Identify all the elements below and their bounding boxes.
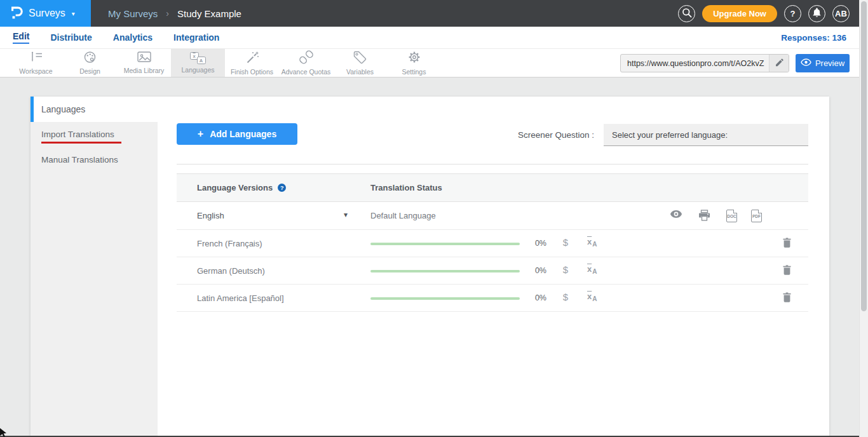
toolbar-item-label: Design: [79, 67, 100, 75]
search-button[interactable]: [678, 5, 695, 22]
survey-nav: Edit Distribute Analytics Integration Re…: [0, 27, 859, 49]
language-dropdown-caret-icon[interactable]: ▾: [344, 210, 348, 219]
file-fold: [758, 210, 762, 213]
section-divider: [177, 164, 808, 165]
auto-translate-icon[interactable]: x A: [587, 292, 602, 302]
toolbar-item-variables[interactable]: Variables: [333, 49, 387, 77]
chevron-down-icon: ▾: [72, 10, 75, 17]
preview-button[interactable]: Preview: [796, 54, 850, 72]
edit-url-button[interactable]: [769, 55, 789, 72]
delete-language-button[interactable]: [783, 238, 791, 250]
toolbar-item-label: Workspace: [19, 67, 52, 75]
sidebar-item-import-translations[interactable]: Import Translations: [31, 122, 158, 147]
tag-icon: [353, 51, 367, 67]
table-header: Language Versions ? Translation Status: [177, 173, 808, 202]
search-icon: [682, 8, 692, 20]
tab-edit[interactable]: Edit: [13, 31, 29, 44]
pencil-icon: [775, 58, 783, 69]
breadcrumb-separator: ›: [166, 8, 169, 18]
trash-icon: [783, 265, 791, 275]
trash-icon: [783, 238, 791, 248]
toolbar-item-workspace[interactable]: Workspace: [9, 49, 63, 77]
export-doc-button[interactable]: DOC: [726, 210, 737, 222]
default-language-status: Default Language: [370, 211, 436, 220]
translation-progress-bar: [370, 270, 520, 272]
language-name: German (Deutsch): [197, 266, 265, 276]
delete-language-button[interactable]: [783, 292, 791, 305]
sidebar-title-languages[interactable]: Languages: [31, 97, 158, 122]
sidebar-item-manual-translations[interactable]: Manual Translations: [31, 147, 158, 168]
image-icon: [137, 51, 151, 65]
toolbar-item-advance-quotas[interactable]: Advance Quotas: [279, 49, 333, 77]
paid-translation-icon[interactable]: $: [559, 264, 573, 275]
toolbar-item-design[interactable]: Design: [63, 49, 117, 77]
gear-icon: [407, 50, 421, 67]
responses-count[interactable]: Responses: 136: [781, 33, 846, 43]
toolbar-item-label: Variables: [346, 68, 374, 76]
pdf-file-icon: PDF: [751, 210, 762, 222]
paid-translation-icon[interactable]: $: [559, 237, 573, 248]
toolbar-item-settings[interactable]: Settings: [387, 49, 441, 77]
product-name: Surveys: [29, 8, 65, 19]
sidebar-item-label: Import Translations: [41, 130, 114, 139]
auto-translate-icon[interactable]: x A: [587, 265, 602, 275]
import-translations-annotation-underline: [41, 142, 121, 144]
export-pdf-button[interactable]: PDF: [751, 210, 762, 222]
delete-language-button[interactable]: [783, 265, 791, 278]
survey-url-box: [620, 54, 789, 72]
print-button[interactable]: [698, 210, 710, 224]
notifications-button[interactable]: [808, 5, 825, 22]
topbar-actions: Upgrade Now ? AB: [678, 0, 850, 27]
translate-icon: x A: [190, 52, 207, 65]
add-languages-label: Add Languages: [210, 129, 276, 139]
doc-label: DOC: [727, 214, 736, 218]
table-row-latin-america: Latin America [Español] 0% $ x A: [177, 285, 808, 312]
plus-icon: +: [198, 128, 203, 140]
help-icon[interactable]: ?: [278, 184, 286, 192]
questionpro-app: Surveys ▾ My Surveys › Study Example Upg…: [0, 0, 868, 437]
eye-icon: [670, 210, 682, 218]
help-button[interactable]: ?: [784, 5, 801, 22]
screener-question-label: Screener Question :: [494, 130, 594, 140]
table-row-french: French (Français) 0% $ x A: [177, 230, 808, 257]
table-row-default-language: English ▾ Default Language: [177, 202, 808, 230]
view-survey-button[interactable]: [670, 210, 682, 221]
toolbar-item-media-library[interactable]: Media Library: [117, 49, 171, 77]
translate-x-glyph: x: [587, 292, 592, 300]
toolbar-item-label: Media Library: [124, 67, 165, 74]
toolbar-item-finish-options[interactable]: Finish Options: [225, 49, 279, 77]
file-fold: [733, 210, 737, 213]
toolbar-item-label: Advance Quotas: [281, 68, 331, 76]
column-header-language-versions: Language Versions ?: [197, 183, 286, 192]
toolbar-item-label: Settings: [402, 68, 426, 76]
auto-translate-icon[interactable]: x A: [587, 238, 602, 248]
product-switcher[interactable]: Surveys ▾: [0, 0, 91, 27]
upgrade-now-button[interactable]: Upgrade Now: [702, 5, 777, 22]
page-scrollbar[interactable]: [859, 0, 868, 437]
screener-question-select[interactable]: Select your preferred language:: [604, 124, 808, 146]
toolbar-item-label: Finish Options: [231, 68, 273, 76]
tab-distribute[interactable]: Distribute: [50, 32, 92, 43]
doc-file-icon: DOC: [726, 210, 737, 222]
translate-a-glyph: A: [592, 296, 597, 302]
survey-url-input[interactable]: [621, 59, 769, 68]
tab-integration[interactable]: Integration: [173, 32, 219, 43]
breadcrumb-current-survey: Study Example: [177, 8, 241, 19]
add-languages-button[interactable]: + Add Languages: [177, 123, 297, 145]
breadcrumb: My Surveys › Study Example: [108, 0, 241, 27]
toolbar-item-languages[interactable]: x A Languages: [171, 49, 225, 77]
translate-a-glyph: A: [592, 241, 597, 248]
toolbar-item-label: Languages: [182, 66, 215, 74]
sidebar-item-label: Manual Translations: [41, 155, 118, 165]
scrollbar-thumb[interactable]: [861, 1, 867, 311]
palette-icon: [83, 51, 97, 66]
paid-translation-icon[interactable]: $: [559, 292, 573, 302]
breadcrumb-my-surveys[interactable]: My Surveys: [108, 8, 158, 19]
avatar[interactable]: AB: [832, 5, 850, 22]
tab-analytics[interactable]: Analytics: [113, 32, 153, 43]
workspace-icon: [29, 51, 43, 66]
toolbar-items: Workspace Design: [9, 49, 441, 77]
chain-links-icon: [299, 50, 313, 67]
edit-toolbar: Workspace Design: [0, 49, 859, 77]
translate-a-glyph: A: [592, 269, 597, 275]
